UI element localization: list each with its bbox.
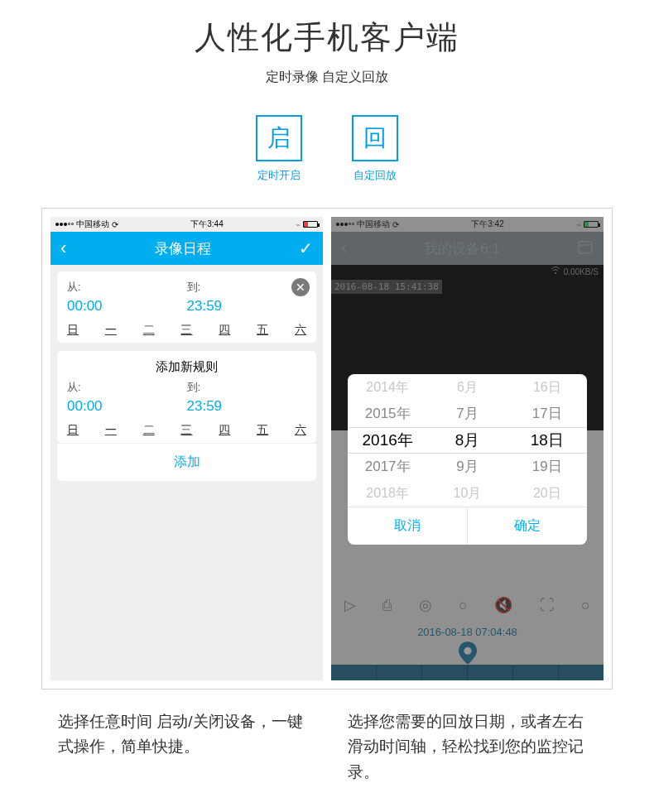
- to-time[interactable]: 23:59: [187, 298, 307, 315]
- cancel-button[interactable]: 取消: [348, 507, 468, 545]
- confirm-button[interactable]: ✓: [299, 238, 313, 258]
- to-label: 到:: [187, 280, 307, 295]
- schedule-icon: 启: [256, 115, 302, 161]
- page-subtitle: 定时录像 自定义回放: [0, 69, 654, 86]
- phone-playback: 中国移动 ⟳ 下午3:42 ⌁ ‹ 我的设备6:1: [331, 217, 604, 680]
- feature-playback: 回 自定回放: [352, 115, 398, 183]
- from-time[interactable]: 00:00: [67, 298, 187, 315]
- delete-rule-button[interactable]: ✕: [291, 278, 310, 296]
- playback-icon: 回: [352, 115, 398, 161]
- from-label-2: 从:: [67, 380, 187, 395]
- status-bar: 中国移动 ⟳ 下午3:44 ⌁: [50, 217, 323, 232]
- add-button[interactable]: 添加: [57, 443, 316, 481]
- day-selector-1[interactable]: 日 一 二 三 四 五 六: [67, 323, 306, 338]
- phone-schedule: 中国移动 ⟳ 下午3:44 ⌁ ‹ 录像日程 ✓ 从: 00:00: [50, 217, 323, 680]
- captions: 选择任意时间 启动/关闭设备，一键式操作，简单快捷。 选择您需要的回放日期，或者…: [58, 709, 596, 785]
- date-picker: 2014年 2015年 2016年 2017年 2018年 6月 7月 8月 9…: [348, 374, 587, 545]
- day-selector-2[interactable]: 日 一 二 三 四 五 六: [67, 423, 306, 438]
- caption-left: 选择任意时间 启动/关闭设备，一键式操作，简单快捷。: [58, 709, 306, 785]
- bluetooth-icon: ⌁: [296, 220, 301, 229]
- playback-icon-label: 自定回放: [352, 168, 398, 183]
- rule-card-1: 从: 00:00 到: 23:59 ✕ 日 一 二 三 四 五 六: [57, 271, 316, 343]
- page-title: 人性化手机客户端: [0, 17, 654, 59]
- year-wheel[interactable]: 2014年 2015年 2016年 2017年 2018年: [348, 374, 427, 507]
- month-wheel[interactable]: 6月 7月 8月 9月 10月: [427, 374, 507, 507]
- new-rule-title: 添加新规则: [67, 359, 306, 375]
- carrier-label: 中国移动: [76, 219, 109, 230]
- nav-bar: ‹ 录像日程 ✓: [50, 232, 323, 265]
- feature-schedule: 启 定时开启: [256, 115, 302, 183]
- from-label: 从:: [67, 280, 187, 295]
- to-time-2[interactable]: 23:59: [187, 398, 307, 415]
- signal-icon: [55, 223, 74, 226]
- back-button[interactable]: ‹: [60, 238, 66, 259]
- confirm-date-button[interactable]: 确定: [468, 507, 587, 545]
- feature-icons: 启 定时开启 回 自定回放: [0, 115, 654, 183]
- day-wheel[interactable]: 16日 17日 18日 19日 20日: [507, 374, 587, 507]
- clock-label: 下午3:44: [190, 219, 223, 230]
- wifi-icon: ⟳: [112, 220, 118, 229]
- phones-container: 中国移动 ⟳ 下午3:44 ⌁ ‹ 录像日程 ✓ 从: 00:00: [41, 208, 613, 689]
- schedule-icon-label: 定时开启: [256, 168, 302, 183]
- to-label-2: 到:: [187, 380, 307, 395]
- rule-card-new: 添加新规则 从: 00:00 到: 23:59 日 一 二 三: [57, 351, 316, 443]
- battery-icon: [303, 221, 318, 228]
- from-time-2[interactable]: 00:00: [67, 398, 187, 415]
- nav-title: 录像日程: [155, 239, 211, 258]
- caption-right: 选择您需要的回放日期，或者左右滑动时间轴，轻松找到您的监控记录。: [348, 709, 596, 785]
